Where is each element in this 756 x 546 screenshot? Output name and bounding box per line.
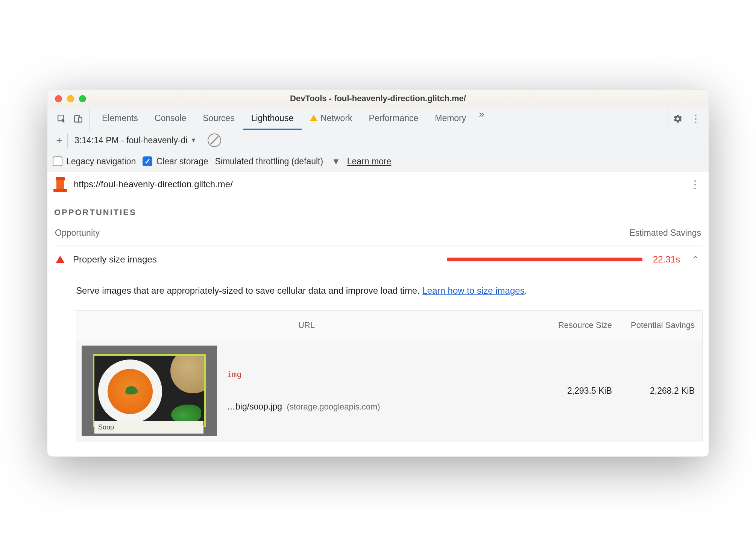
- clear-icon[interactable]: [208, 133, 221, 147]
- caret-down-icon: ▼: [190, 137, 196, 144]
- throttling-label: Simulated throttling (default): [215, 156, 323, 167]
- col-opportunity: Opportunity: [55, 228, 100, 238]
- url-path: …big/soop.jpg: [227, 402, 282, 411]
- url-cell: img …big/soop.jpg (storage.googleapis.co…: [227, 362, 537, 419]
- audit-title: Properly size images: [73, 254, 157, 265]
- element-tag: img: [227, 370, 529, 379]
- caret-down-icon: ▼: [327, 156, 340, 167]
- checkbox-legacy[interactable]: [53, 156, 62, 166]
- section-heading: OPPORTUNITIES: [53, 204, 703, 228]
- audit-description: Serve images that are appropriately-size…: [53, 273, 703, 308]
- report-select[interactable]: 3:14:14 PM - foul-heavenly-di ▼: [71, 135, 200, 146]
- checkbox-clear-storage[interactable]: [143, 156, 152, 166]
- audit-desc-text: Serve images that are appropriately-size…: [76, 285, 422, 296]
- potential-savings: 2,268.2 KiB: [619, 378, 702, 403]
- more-tabs-icon[interactable]: »: [474, 108, 489, 130]
- device-toggle-icon[interactable]: [71, 111, 86, 126]
- panel-tabs: Elements Console Sources Lighthouse Netw…: [90, 108, 668, 130]
- tab-network-label: Network: [320, 113, 352, 123]
- savings-time: 22.31s: [653, 254, 680, 265]
- throttling-select[interactable]: Simulated throttling (default) ▼: [215, 156, 340, 167]
- learn-link[interactable]: Learn how to size images: [422, 285, 524, 296]
- close-icon[interactable]: [55, 95, 62, 102]
- th-resource-size: Resource Size: [537, 311, 619, 340]
- tab-elements[interactable]: Elements: [94, 108, 146, 130]
- tab-network[interactable]: Network: [302, 108, 360, 130]
- inspect-icon[interactable]: [54, 111, 69, 126]
- savings-bar: [447, 258, 642, 261]
- tab-sources[interactable]: Sources: [194, 108, 243, 130]
- report-select-label: 3:14:14 PM - foul-heavenly-di: [74, 135, 187, 146]
- clear-storage-label: Clear storage: [156, 156, 208, 167]
- clear-storage-option[interactable]: Clear storage: [143, 156, 208, 167]
- thumbnail-cell: Soop: [76, 340, 227, 441]
- column-headers: Opportunity Estimated Savings: [53, 228, 703, 246]
- traffic-lights: [55, 95, 86, 102]
- audit-desc-post: .: [525, 285, 527, 296]
- new-report-button[interactable]: +: [51, 133, 68, 148]
- tab-console[interactable]: Console: [146, 108, 194, 130]
- svg-rect-2: [79, 117, 82, 122]
- audit-savings-wrap: 22.31s ⌃: [165, 254, 700, 265]
- tabs-row: Elements Console Sources Lighthouse Netw…: [47, 108, 709, 130]
- thumb-caption: Soop: [94, 421, 203, 434]
- image-thumbnail: Soop: [82, 346, 217, 436]
- legacy-nav-label: Legacy navigation: [66, 156, 136, 167]
- audit-properly-size-images[interactable]: Properly size images 22.31s ⌃: [53, 246, 703, 273]
- lighthouse-toolbar: + 3:14:14 PM - foul-heavenly-di ▼: [47, 130, 709, 151]
- fullscreen-icon[interactable]: [79, 95, 86, 102]
- minimize-icon[interactable]: [67, 95, 74, 102]
- legacy-nav-option[interactable]: Legacy navigation: [53, 156, 136, 167]
- learn-more-link[interactable]: Learn more: [347, 156, 392, 167]
- chevron-up-icon: ⌃: [691, 255, 700, 264]
- table-header: URL Resource Size Potential Savings: [76, 311, 702, 341]
- url-host: (storage.googleapis.com): [287, 402, 380, 411]
- lighthouse-options: Legacy navigation Clear storage Simulate…: [47, 151, 709, 172]
- devtools-window: DevTools - foul-heavenly-direction.glitc…: [47, 89, 709, 457]
- warning-icon: [310, 115, 317, 121]
- tab-memory[interactable]: Memory: [427, 108, 474, 130]
- report-url-row: https://foul-heavenly-direction.glitch.m…: [47, 172, 709, 197]
- window-title: DevTools - foul-heavenly-direction.glitc…: [47, 94, 709, 103]
- tab-lighthouse[interactable]: Lighthouse: [243, 108, 302, 130]
- settings-icon[interactable]: [670, 111, 685, 126]
- report-menu-icon[interactable]: ⋮: [688, 178, 703, 191]
- tab-performance[interactable]: Performance: [361, 108, 427, 130]
- col-estimated-savings: Estimated Savings: [630, 228, 701, 238]
- audit-table: URL Resource Size Potential Savings Soop: [76, 310, 703, 442]
- opportunities-section: OPPORTUNITIES Opportunity Estimated Savi…: [47, 197, 709, 457]
- th-potential-savings: Potential Savings: [619, 311, 702, 340]
- kebab-menu-icon[interactable]: ⋮: [688, 111, 703, 126]
- lighthouse-icon: [53, 177, 67, 192]
- fail-triangle-icon: [56, 256, 65, 263]
- titlebar: DevTools - foul-heavenly-direction.glitc…: [47, 89, 709, 108]
- th-url: URL: [76, 311, 537, 340]
- resource-size: 2,293.5 KiB: [537, 378, 619, 403]
- table-row[interactable]: Soop img …big/soop.jpg (storage.googleap…: [76, 340, 702, 441]
- report-url: https://foul-heavenly-direction.glitch.m…: [74, 179, 681, 190]
